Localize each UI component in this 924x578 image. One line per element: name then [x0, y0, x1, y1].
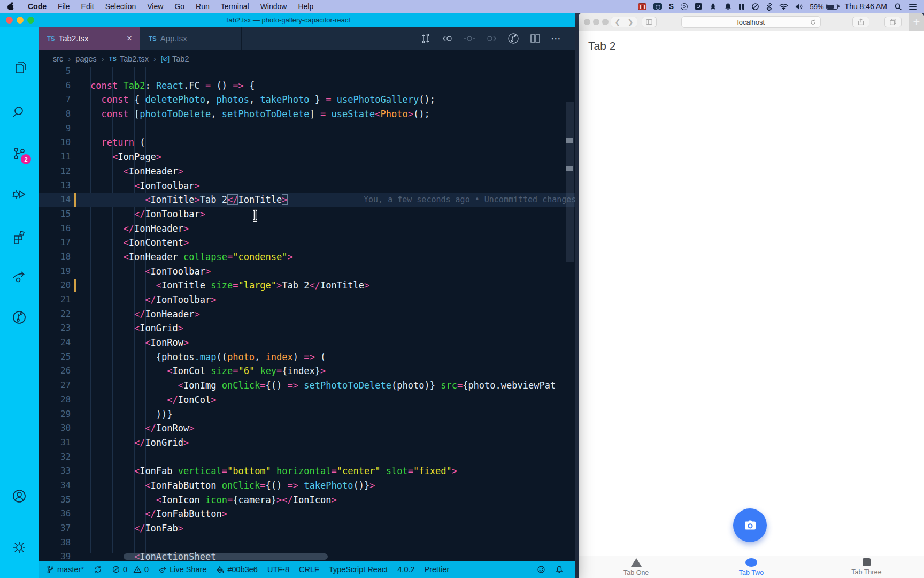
- code-line-30[interactable]: 30 </IonRow>: [38, 421, 575, 436]
- code-line-10[interactable]: 10 return (: [38, 135, 575, 150]
- menu-file[interactable]: File: [58, 2, 70, 11]
- previous-change-icon[interactable]: [441, 32, 454, 45]
- menu-run[interactable]: Run: [196, 2, 210, 11]
- code-line-16[interactable]: 16 </IonHeader>: [38, 222, 575, 236]
- run-debug-icon[interactable]: [11, 186, 27, 202]
- code-line-20[interactable]: 20 <IonTitle size="large">Tab 2</IonTitl…: [38, 278, 575, 293]
- account-icon[interactable]: [11, 488, 27, 504]
- formatter-indicator[interactable]: Prettier: [425, 565, 450, 574]
- new-tab-button[interactable]: +: [909, 13, 924, 31]
- record-icon[interactable]: [681, 2, 688, 11]
- code-line-12[interactable]: 12 <IonHeader>: [38, 164, 575, 179]
- editor-vertical-scrollbar[interactable]: [566, 102, 574, 262]
- rocket-icon[interactable]: [709, 2, 717, 11]
- encoding-indicator[interactable]: UTF-8: [267, 565, 289, 574]
- breadcrumb-item-tab2[interactable]: Tab2: [172, 55, 189, 63]
- gitlens-history-icon[interactable]: [507, 32, 520, 45]
- close-window-button[interactable]: [584, 19, 590, 25]
- tab-button-tab-one[interactable]: Tab One: [579, 556, 694, 578]
- next-change-icon[interactable]: [485, 32, 498, 45]
- code-line-19[interactable]: 19 <IonToolbar>: [38, 264, 575, 279]
- volume-icon[interactable]: [795, 2, 803, 11]
- editor-tab-app-tsx[interactable]: TSApp.tsx: [140, 27, 242, 50]
- menu-selection[interactable]: Selection: [105, 2, 136, 11]
- problems-indicator[interactable]: 0 0: [112, 565, 149, 574]
- eol-indicator[interactable]: CRLF: [299, 565, 319, 574]
- menu-help[interactable]: Help: [298, 2, 313, 11]
- sidebar-button[interactable]: [642, 17, 657, 27]
- address-bar[interactable]: localhost: [681, 16, 821, 28]
- settings-gear-icon[interactable]: [11, 539, 27, 556]
- menu-code[interactable]: Code: [28, 2, 47, 11]
- reload-icon[interactable]: [810, 19, 817, 26]
- code-editor[interactable]: 56const Tab2: React.FC = () => {7 const …: [38, 67, 575, 561]
- code-line-25[interactable]: 25 {photos.map((photo, index) => (: [38, 350, 575, 364]
- minimize-window-button[interactable]: [593, 19, 599, 25]
- code-line-27[interactable]: 27 <IonImg onClick={() => setPhotoToDele…: [38, 378, 575, 393]
- split-editor-icon[interactable]: [529, 32, 542, 45]
- language-mode-indicator[interactable]: TypeScript React: [329, 565, 388, 574]
- code-line-18[interactable]: 18 <IonHeader collapse="condense">: [38, 250, 575, 264]
- live-share-button[interactable]: Live Share: [158, 565, 206, 574]
- breadcrumb-item-src[interactable]: src: [53, 55, 63, 63]
- code-line-36[interactable]: 36 </IonFabButton>: [38, 507, 575, 521]
- tslint-version[interactable]: 4.0.2: [397, 565, 414, 574]
- editor-horizontal-scrollbar[interactable]: [124, 553, 328, 560]
- gitlens-icon[interactable]: [11, 309, 27, 325]
- code-line-34[interactable]: 34 <IonFabButton onClick={() => takePhot…: [38, 478, 575, 493]
- notification-bell-icon[interactable]: [724, 2, 732, 11]
- code-line-5[interactable]: 5: [38, 67, 575, 79]
- screen-capture-icon[interactable]: [695, 2, 702, 11]
- tab-button-tab-two[interactable]: Tab Two: [694, 556, 808, 578]
- window-manager-icon[interactable]: [739, 2, 744, 11]
- extensions-icon[interactable]: [11, 229, 27, 245]
- editor-tab-tab2-tsx[interactable]: TSTab2.tsx×: [38, 27, 140, 50]
- do-not-disturb-icon[interactable]: [751, 2, 759, 11]
- code-line-9[interactable]: 9: [38, 121, 575, 136]
- camera-icon[interactable]: [653, 2, 662, 11]
- forward-button[interactable]: ❯: [624, 18, 637, 26]
- code-line-15[interactable]: 15 </IonToolbar>: [38, 207, 575, 222]
- vscode-titlebar[interactable]: Tab2.tsx — photo-gallery-capacitor-react: [0, 13, 575, 27]
- more-actions-icon[interactable]: ⋯: [551, 32, 561, 44]
- open-change-icon[interactable]: [463, 32, 476, 45]
- breadcrumb-item-pages[interactable]: pages: [75, 55, 97, 63]
- code-line-13[interactable]: 13 <IonToolbar>: [38, 179, 575, 193]
- zoom-window-button[interactable]: [602, 19, 609, 25]
- code-line-29[interactable]: 29 ))}: [38, 407, 575, 422]
- sync-button[interactable]: [94, 565, 102, 574]
- menu-view[interactable]: View: [147, 2, 163, 11]
- menu-terminal[interactable]: Terminal: [221, 2, 249, 11]
- code-line-28[interactable]: 28 </IonCol>: [38, 393, 575, 407]
- code-line-22[interactable]: 22 </IonHeader>: [38, 307, 575, 322]
- code-line-37[interactable]: 37 </IonFab>: [38, 521, 575, 536]
- bluetooth-icon[interactable]: [766, 2, 772, 11]
- tab-button-tab-three[interactable]: Tab Three: [809, 556, 924, 578]
- code-line-32[interactable]: 32: [38, 450, 575, 465]
- spotlight-search-icon[interactable]: [894, 2, 902, 11]
- live-share-icon[interactable]: [11, 269, 27, 285]
- breadcrumb-item-tab2-tsx[interactable]: Tab2.tsx: [120, 55, 149, 63]
- menu-edit[interactable]: Edit: [81, 2, 94, 11]
- back-button[interactable]: ❮: [611, 18, 624, 26]
- code-line-33[interactable]: 33 <IonFab vertical="bottom" horizontal=…: [38, 464, 575, 478]
- code-line-14[interactable]: 14 <IonTitle>Tab 2</IonTitle>You, a few …: [38, 193, 575, 207]
- compare-changes-icon[interactable]: [419, 32, 432, 45]
- explorer-icon[interactable]: [11, 60, 27, 76]
- code-line-26[interactable]: 26 <IonCol size="6" key={index}>: [38, 364, 575, 378]
- code-line-38[interactable]: 38: [38, 536, 575, 550]
- menu-go[interactable]: Go: [174, 2, 184, 11]
- take-photo-fab-button[interactable]: [733, 508, 767, 542]
- search-icon[interactable]: [11, 104, 27, 120]
- git-branch-indicator[interactable]: master*: [46, 565, 84, 574]
- feedback-smiley-icon[interactable]: [537, 565, 545, 574]
- battery-indicator[interactable]: 59%: [810, 3, 838, 11]
- menubar-clock[interactable]: Thu 8:46 AM: [845, 2, 887, 11]
- share-button[interactable]: [852, 17, 869, 27]
- wifi-icon[interactable]: [779, 2, 788, 11]
- code-line-21[interactable]: 21 </IonToolbar>: [38, 293, 575, 307]
- screen-recording-icon[interactable]: [638, 2, 646, 11]
- code-line-35[interactable]: 35 <IonIcon icon={camera}></IonIcon>: [38, 493, 575, 507]
- menu-window[interactable]: Window: [260, 2, 287, 11]
- zoom-window-button[interactable]: [27, 17, 34, 24]
